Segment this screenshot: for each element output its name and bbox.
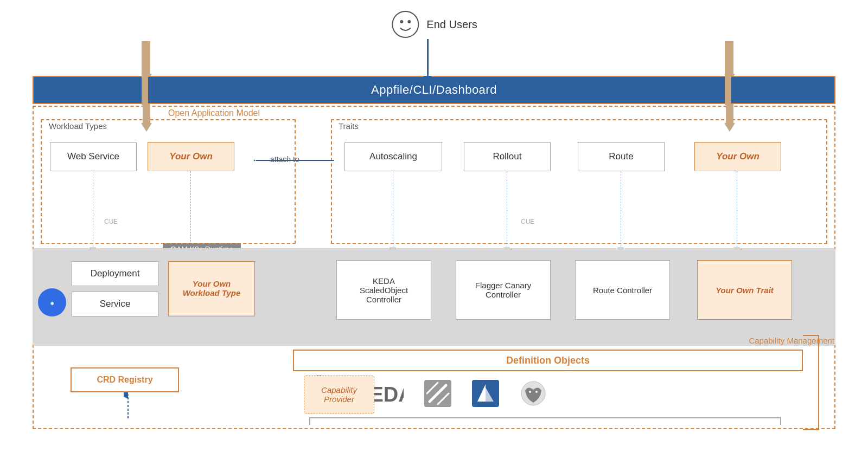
workload-types-box xyxy=(41,119,296,244)
flagger-box: Flagger Canary Controller xyxy=(456,260,551,320)
definition-objects-label: Definition Objects xyxy=(506,355,590,366)
flagger-label: Flagger Canary Controller xyxy=(475,281,531,299)
keda-box: KEDA ScaledObject Controller xyxy=(336,260,431,320)
route-dotline xyxy=(621,171,621,250)
appfile-bar: Appfile/CLI/Dashboard xyxy=(33,76,835,104)
your-own-workload-label: Your Own xyxy=(169,151,213,162)
svg-point-0 xyxy=(392,11,418,37)
right-oam-arrow xyxy=(724,104,735,132)
deployment-label: Deployment xyxy=(91,268,140,279)
your-own-trait-small-box: Your Own xyxy=(694,142,781,171)
service-label: Service xyxy=(100,299,131,309)
your-own-trait-small-label: Your Own xyxy=(716,151,760,162)
crd-arrow-up xyxy=(124,392,132,419)
your-own-trait-runtime-label: Your Own Trait xyxy=(716,286,774,295)
svg-text:⎈: ⎈ xyxy=(50,300,54,306)
provider-logos-row: Crossplane KEDA xyxy=(304,375,547,413)
wolf-logo xyxy=(520,380,547,409)
bracket-left xyxy=(309,417,310,425)
webservice-dotline xyxy=(93,171,93,250)
oam-label: Open Application Model xyxy=(168,108,260,118)
svg-point-18 xyxy=(529,391,531,393)
svg-point-19 xyxy=(535,391,538,393)
left-oam-arrow xyxy=(141,104,152,132)
service-box: Service xyxy=(72,292,158,316)
diagram-container: End Users Appfile/CLI/Dashboard Open App… xyxy=(0,0,868,459)
end-users-section: End Users xyxy=(391,10,477,39)
yourowntrait-dotline xyxy=(737,171,737,250)
workload-cue-label: CUE xyxy=(104,218,118,225)
keda-label: KEDA ScaledObject Controller xyxy=(360,276,408,304)
cap-mgmt-right-border xyxy=(818,335,819,430)
center-arrow-down xyxy=(423,39,432,82)
sailboat-icon xyxy=(472,380,499,407)
workload-types-label: Workload Types xyxy=(49,121,107,131)
right-appfile-vline xyxy=(725,41,731,105)
bracket-top xyxy=(309,417,781,418)
traits-cue-label: CUE xyxy=(521,218,534,225)
route-controller-label: Route Controller xyxy=(593,286,652,295)
crd-registry-box: CRD Registry xyxy=(71,367,179,392)
web-service-box: Web Service xyxy=(50,142,137,171)
svg-point-2 xyxy=(407,20,411,23)
capability-provider-label: Capability Provider xyxy=(321,385,357,404)
attach-to-label: attach to xyxy=(270,155,299,164)
route-box: Route xyxy=(578,142,665,171)
definition-objects-bar: Definition Objects xyxy=(293,350,803,371)
capability-mgmt-label: Capability Management xyxy=(749,336,834,345)
web-service-label: Web Service xyxy=(67,151,119,162)
your-own-trait-runtime-box: Your Own Trait xyxy=(697,260,792,320)
cap-mgmt-bottom-border xyxy=(803,429,819,430)
your-own-workload-type-label: Your Own Workload Type xyxy=(183,279,241,298)
end-users-icon xyxy=(391,10,420,39)
appfile-label: Appfile/CLI/Dashboard xyxy=(371,83,497,97)
rollout-label: Rollout xyxy=(493,151,522,162)
autoscaling-dotline xyxy=(393,171,393,250)
your-own-workload-type-box: Your Own Workload Type xyxy=(168,261,255,315)
abstract-logo xyxy=(424,380,451,409)
left-appfile-vline xyxy=(142,41,148,105)
wolf-icon xyxy=(520,380,547,407)
route-controller-box: Route Controller xyxy=(575,260,670,320)
bracket-right xyxy=(780,417,781,425)
deployment-box: Deployment xyxy=(72,261,158,286)
attach-to-group: attach to xyxy=(254,154,335,167)
kubernetes-icon: ⎈ xyxy=(37,287,67,318)
autoscaling-box: Autoscaling xyxy=(344,142,442,171)
svg-point-1 xyxy=(400,20,403,23)
crd-up-arrow-svg xyxy=(124,392,132,419)
autoscaling-label: Autoscaling xyxy=(369,151,417,162)
crd-registry-label: CRD Registry xyxy=(97,375,152,385)
abstract-icon xyxy=(424,380,451,407)
end-users-label: End Users xyxy=(426,18,477,31)
cap-mgmt-top-border xyxy=(803,335,819,336)
rollout-box: Rollout xyxy=(464,142,551,171)
traits-label: Traits xyxy=(339,121,359,131)
your-own-workload-box: Your Own xyxy=(148,142,234,171)
traits-box xyxy=(331,119,827,244)
sailboat-logo xyxy=(472,380,499,409)
route-label: Route xyxy=(609,151,633,162)
rollout-dotline xyxy=(507,171,507,250)
yourown-workload-dotline xyxy=(190,171,191,250)
capability-provider-box: Capability Provider xyxy=(304,376,374,413)
